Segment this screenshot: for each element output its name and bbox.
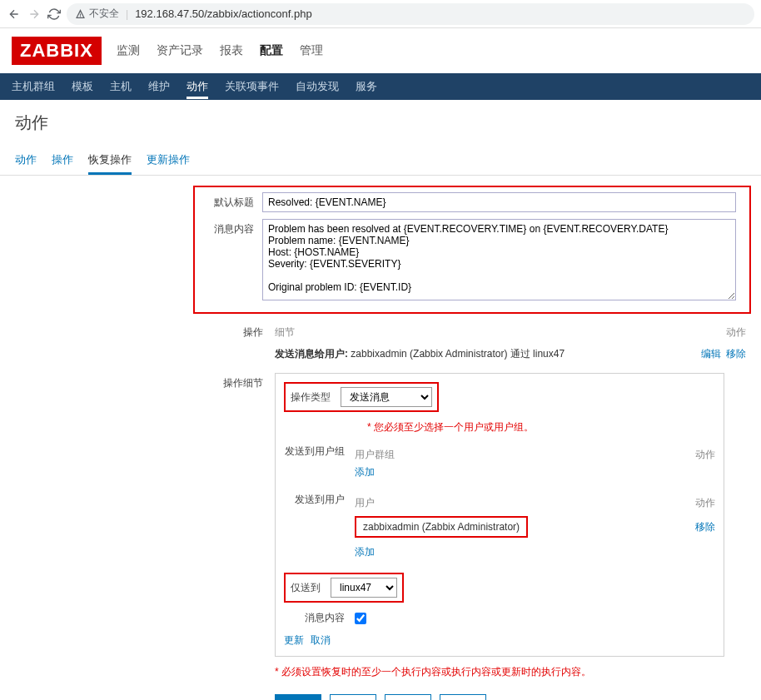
subnav-maintenance[interactable]: 维护: [148, 74, 170, 99]
senduser-label: 发送到用户: [284, 493, 355, 507]
update-button[interactable]: 更新: [275, 694, 321, 700]
cancel-button[interactable]: 取消: [440, 694, 486, 700]
tab-update[interactable]: 更新操作: [147, 152, 190, 175]
col-action-1: 动作: [674, 448, 715, 462]
subnav-correlation[interactable]: 关联项事件: [225, 74, 279, 99]
subject-input[interactable]: [262, 192, 736, 212]
message-label: 消息内容: [200, 219, 262, 236]
col-usergroup: 用户群组: [355, 448, 674, 462]
subnav-hostgroups[interactable]: 主机群组: [12, 74, 55, 99]
nav-inventory[interactable]: 资产记录: [157, 43, 203, 58]
subnav-discovery[interactable]: 自动发现: [296, 74, 339, 99]
ops-remove-link[interactable]: 移除: [726, 347, 746, 361]
ops-label: 操作: [15, 322, 275, 365]
op-cancel-link[interactable]: 取消: [311, 633, 331, 648]
tab-recovery[interactable]: 恢复操作: [88, 152, 132, 175]
ops-head-action: 动作: [726, 325, 746, 340]
url-bar[interactable]: 不安全 | 192.168.47.50/zabbix/actionconf.ph…: [67, 3, 754, 25]
tab-action[interactable]: 动作: [15, 152, 37, 175]
required-note: * 您必须至少选择一个用户或用户组。: [367, 420, 715, 434]
url-divider: |: [126, 8, 128, 20]
remove-user-link[interactable]: 移除: [695, 521, 715, 533]
forward-icon[interactable]: [27, 7, 42, 22]
back-icon[interactable]: [7, 7, 22, 22]
url-text: 192.168.47.50/zabbix/actionconf.php: [135, 7, 312, 20]
page-title: 动作: [0, 100, 761, 146]
col-user: 用户: [355, 496, 674, 510]
add-usergroup-link[interactable]: 添加: [355, 466, 375, 478]
msg-content-label: 消息内容: [284, 611, 355, 625]
message-textarea[interactable]: Problem has been resolved at {EVENT.RECO…: [262, 219, 736, 300]
subject-label: 默认标题: [200, 192, 262, 210]
reload-icon[interactable]: [47, 7, 62, 22]
zabbix-logo[interactable]: ZABBIX: [12, 37, 102, 65]
required-outer: * 必须设置恢复时的至少一个执行内容或执行内容或更新时的执行内容。: [275, 665, 746, 679]
col-action-2: 动作: [674, 496, 715, 510]
subnav-hosts[interactable]: 主机: [110, 74, 132, 99]
ops-row-text: 发送消息给用户: zabbixadmin (Zabbix Administrat…: [275, 347, 565, 361]
sendgroup-label: 发送到用户组: [284, 444, 355, 459]
nav-monitoring[interactable]: 监测: [117, 43, 140, 58]
nav-reports[interactable]: 报表: [220, 43, 243, 58]
subnav-templates[interactable]: 模板: [72, 74, 93, 99]
opdetail-label: 操作细节: [15, 373, 275, 688]
only-select[interactable]: linux47: [331, 578, 397, 598]
insecure-label: 不安全: [89, 7, 119, 21]
subnav-actions[interactable]: 动作: [187, 74, 208, 99]
delete-button[interactable]: 删除: [385, 694, 431, 700]
clone-button[interactable]: 克隆: [330, 694, 376, 700]
nav-admin[interactable]: 管理: [300, 43, 323, 58]
only-label: 仅送到: [291, 581, 331, 595]
tab-operations[interactable]: 操作: [52, 152, 73, 175]
ops-head-detail: 细节: [275, 325, 295, 340]
subnav-services[interactable]: 服务: [356, 74, 377, 99]
optype-select[interactable]: 发送消息: [341, 387, 432, 407]
user-value: zabbixadmin (Zabbix Administrator): [355, 516, 528, 538]
ops-edit-link[interactable]: 编辑: [701, 347, 721, 361]
insecure-icon: 不安全: [75, 7, 119, 21]
add-user-link[interactable]: 添加: [355, 546, 375, 558]
op-update-link[interactable]: 更新: [284, 633, 304, 648]
optype-label: 操作类型: [291, 390, 341, 405]
msg-checkbox[interactable]: [355, 613, 366, 624]
nav-config[interactable]: 配置: [260, 43, 283, 58]
